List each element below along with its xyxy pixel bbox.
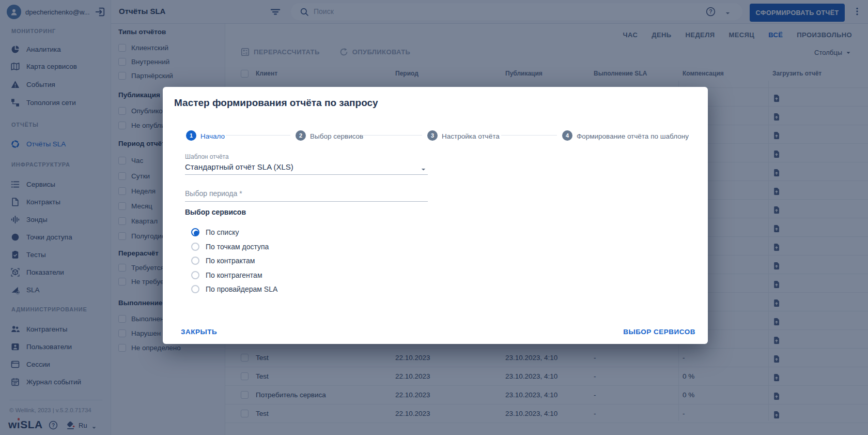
step-2-circle: 2	[296, 130, 306, 141]
period-field-label[interactable]: Выбор периода *	[185, 189, 242, 198]
radio-icon	[191, 271, 199, 279]
step-2-label: Выбор сервисов	[310, 132, 363, 140]
step-connector	[362, 135, 422, 136]
radio-icon	[191, 257, 199, 265]
step-1-label: Начало	[200, 132, 225, 140]
next-step-button[interactable]: ВЫБОР СЕРВИСОВ	[623, 328, 695, 336]
step-4-label: Формирование отчёта по шаблону	[577, 132, 689, 140]
period-field-underline	[185, 201, 428, 202]
step-3-label: Настройка отчёта	[442, 132, 500, 140]
radio-icon	[191, 285, 199, 293]
radio-by-counterparties[interactable]: По контрагентам	[191, 270, 262, 280]
step-3-circle: 3	[427, 130, 438, 141]
app-screen: dpecherichenko@w... МОНИТОРИНГ Аналитика…	[0, 0, 868, 435]
radio-by-list[interactable]: По списку	[191, 227, 239, 237]
radio-by-contracts[interactable]: По контрактам	[191, 256, 255, 266]
modal-title: Мастер формирования отчёта по запросу	[174, 97, 378, 109]
template-field-label: Шаблон отчёта	[185, 153, 229, 160]
step-1-circle: 1	[186, 130, 196, 141]
radio-icon	[191, 243, 199, 251]
step-4-circle: 4	[562, 130, 572, 141]
step-connector	[226, 135, 290, 136]
service-selection-title: Выбор сервисов	[185, 208, 246, 216]
template-select-value[interactable]: Стандартный отчёт SLA (XLS)	[185, 162, 293, 171]
select-caret-icon[interactable]	[420, 164, 427, 174]
close-button[interactable]: ЗАКРЫТЬ	[181, 328, 217, 336]
radio-by-sla-providers[interactable]: По провайдерам SLA	[191, 284, 277, 294]
radio-by-access-points[interactable]: По точкам доступа	[191, 242, 269, 252]
radio-icon	[191, 228, 199, 236]
step-connector	[501, 135, 557, 136]
report-wizard-modal: Мастер формирования отчёта по запросу 1 …	[163, 87, 708, 344]
template-select-underline	[185, 174, 428, 175]
